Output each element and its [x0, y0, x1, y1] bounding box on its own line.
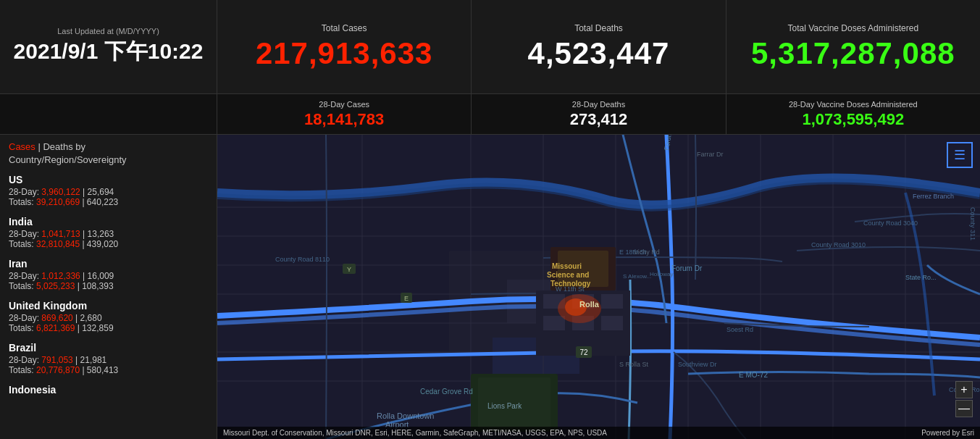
total-cases-box: Total Cases 217,913,633	[217, 0, 472, 93]
svg-text:S Rolla St: S Rolla St	[619, 361, 649, 368]
second-stat-spacer	[0, 94, 217, 134]
total-deaths-value: 4,523,447	[528, 36, 670, 71]
country-name-indonesia: Indonesia	[9, 384, 208, 396]
country-name-uk: United Kingdom	[9, 300, 208, 312]
country-name-india: India	[9, 216, 208, 227]
country-entry-brazil[interactable]: Brazil 28-Day: 791,053 | 21,981 Totals: …	[9, 342, 208, 375]
country-entry-uk[interactable]: United Kingdom 28-Day: 869,620 | 2,680 T…	[9, 300, 208, 333]
map-controls: + —	[955, 381, 973, 417]
total-vaccines-value: 5,317,287,088	[751, 36, 955, 71]
zoom-out-button[interactable]: —	[955, 400, 973, 417]
svg-rect-29	[601, 316, 623, 330]
country-name-brazil: Brazil	[9, 342, 208, 354]
svg-text:Lions Park: Lions Park	[487, 402, 522, 410]
total-vaccines-label: Total Vaccine Doses Administered	[788, 23, 919, 33]
country-28day-brazil: 28-Day: 791,053 | 21,981	[9, 355, 208, 365]
map-powered-by: Powered by Esri	[921, 429, 974, 437]
svg-text:72: 72	[579, 348, 588, 356]
svg-text:Farrar Dr: Farrar Dr	[697, 151, 724, 158]
svg-text:County Road 8110: County Road 8110	[275, 256, 330, 263]
28day-vaccines-box: 28-Day Vaccine Doses Administered 1,073,…	[726, 94, 980, 134]
28day-vaccines-value: 1,073,595,492	[802, 110, 904, 129]
svg-text:Holloway: Holloway	[650, 271, 673, 277]
map-container[interactable]: 72 Missouri Science and Technology Rolla…	[217, 135, 980, 439]
svg-rect-26	[601, 294, 623, 309]
svg-text:E: E	[404, 295, 409, 302]
country-totals-brazil: Totals: 20,776,870 | 580,413	[9, 365, 208, 375]
28day-deaths-box: 28-Day Deaths 273,412	[472, 94, 726, 134]
svg-rect-27	[543, 316, 565, 330]
sidebar[interactable]: Cases | Deaths by Country/Region/Soverei…	[0, 135, 217, 439]
country-name-iran: Iran	[9, 258, 208, 269]
main-content: Cases | Deaths by Country/Region/Soverei…	[0, 135, 980, 439]
svg-text:E MO-72: E MO-72	[739, 371, 768, 379]
28day-vaccines-label: 28-Day Vaccine Doses Administered	[789, 100, 918, 109]
date-value: 2021/9/1 下午10:22	[14, 37, 204, 67]
total-cases-label: Total Cases	[322, 23, 367, 33]
28day-cases-value: 18,141,783	[304, 110, 384, 129]
date-subtitle: Last Updated at (M/D/YYYY)	[57, 27, 159, 35]
country-entry-us[interactable]: US 28-Day: 3,960,122 | 25,694 Totals: 39…	[9, 174, 208, 207]
svg-text:Soest Rd: Soest Rd	[726, 326, 753, 333]
country-totals-india: Totals: 32,810,845 | 439,020	[9, 239, 208, 249]
28day-deaths-label: 28-Day Deaths	[572, 100, 625, 109]
svg-text:Missouri: Missouri	[552, 262, 582, 270]
country-totals-uk: Totals: 6,821,369 | 132,859	[9, 323, 208, 333]
svg-text:Rolla: Rolla	[579, 300, 600, 309]
28day-deaths-value: 273,412	[570, 110, 628, 129]
svg-text:W 11th St: W 11th St	[556, 285, 585, 293]
country-entry-indonesia[interactable]: Indonesia	[9, 384, 208, 396]
sidebar-header-sep: | Deaths by	[35, 141, 85, 152]
country-28day-us: 28-Day: 3,960,122 | 25,694	[9, 187, 208, 197]
date-box: Last Updated at (M/D/YYYY) 2021/9/1 下午10…	[0, 0, 217, 93]
svg-text:State Ro...: State Ro...	[905, 274, 937, 281]
map-attribution-bar: Missouri Dept. of Conservation, Missouri…	[217, 427, 980, 439]
country-entry-india[interactable]: India 28-Day: 1,041,713 | 13,263 Totals:…	[9, 216, 208, 249]
map-attribution-text: Missouri Dept. of Conservation, Missouri…	[223, 429, 607, 437]
map-svg: 72 Missouri Science and Technology Rolla…	[217, 135, 980, 439]
country-totals-iran: Totals: 5,025,233 | 108,393	[9, 281, 208, 291]
total-deaths-label: Total Deaths	[574, 23, 623, 33]
second-stats-bar: 28-Day Cases 18,141,783 28-Day Deaths 27…	[0, 94, 980, 135]
svg-text:County 311: County 311	[969, 207, 976, 241]
total-cases-value: 217,913,633	[256, 36, 433, 71]
svg-text:Science and: Science and	[547, 271, 589, 279]
zoom-in-button[interactable]: +	[955, 381, 973, 398]
country-28day-india: 28-Day: 1,041,713 | 13,263	[9, 229, 208, 239]
total-deaths-box: Total Deaths 4,523,447	[472, 0, 726, 93]
country-28day-iran: 28-Day: 1,012,336 | 16,009	[9, 271, 208, 281]
svg-text:Y: Y	[347, 266, 351, 273]
country-entry-iran[interactable]: Iran 28-Day: 1,012,336 | 16,009 Totals: …	[9, 258, 208, 291]
svg-text:Southview Dr: Southview Dr	[678, 361, 717, 368]
svg-text:County Road 3040: County Road 3040	[863, 220, 918, 227]
total-vaccines-box: Total Vaccine Doses Administered 5,317,2…	[726, 0, 980, 93]
sidebar-header-sub: Country/Region/Sovereignty	[9, 154, 127, 165]
svg-text:Ferrez Branch: Ferrez Branch	[913, 193, 954, 200]
country-name-us: US	[9, 174, 208, 185]
sidebar-cases-label: Cases	[9, 141, 35, 152]
map-legend-button[interactable]: ☰	[947, 142, 973, 168]
top-stats-bar: Last Updated at (M/D/YYYY) 2021/9/1 下午10…	[0, 0, 980, 94]
country-totals-us: Totals: 39,210,669 | 640,223	[9, 197, 208, 207]
svg-text:Rolla Downtown: Rolla Downtown	[377, 411, 434, 420]
28day-cases-box: 28-Day Cases 18,141,783	[217, 94, 472, 134]
svg-text:S Alexow...: S Alexow...	[623, 273, 651, 280]
svg-text:Cedar Grove Rd: Cedar Grove Rd	[420, 388, 473, 396]
svg-text:County Road 3010: County Road 3010	[811, 241, 866, 248]
sidebar-header: Cases | Deaths by Country/Region/Soverei…	[9, 141, 208, 167]
country-28day-uk: 28-Day: 869,620 | 2,680	[9, 313, 208, 323]
28day-cases-label: 28-Day Cases	[319, 100, 369, 109]
svg-text:Forum Dr: Forum Dr	[671, 264, 703, 272]
svg-text:E 18th St: E 18th St	[619, 248, 647, 256]
